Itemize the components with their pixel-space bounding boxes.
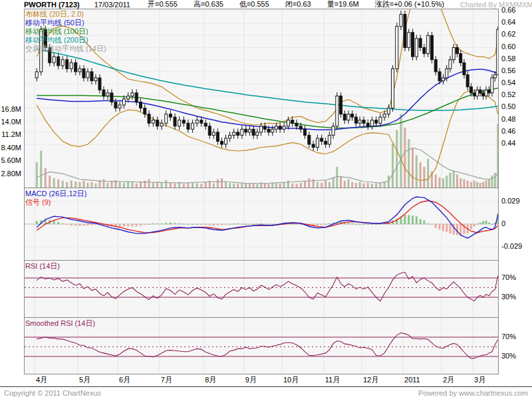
macd-histogram-bar (412, 215, 414, 224)
volume-bar (136, 184, 138, 188)
rsi-panel[interactable] (24, 261, 499, 318)
macd-panel[interactable] (24, 188, 499, 261)
volume-bar (241, 183, 243, 188)
macd-histogram-bar (156, 223, 158, 224)
volume-bar (200, 184, 202, 188)
macd-histogram-bar (420, 219, 422, 224)
volume-bar (470, 182, 472, 188)
volume-bar (187, 183, 189, 188)
macd-histogram-bar (442, 224, 444, 231)
candle-body (248, 129, 251, 132)
candle-body (343, 114, 346, 120)
volume-bar (205, 182, 207, 188)
volume-bar (78, 182, 80, 188)
candle-body (208, 126, 211, 136)
price-axis-label: 0.58 (501, 55, 531, 63)
candle-body (148, 114, 150, 124)
rsi-axis-label: 30% (501, 293, 531, 301)
candle-body (237, 132, 239, 136)
candle-body (135, 93, 138, 102)
macd-histogram-bar (221, 224, 223, 225)
volume-bar (384, 182, 386, 188)
powered-by-link[interactable]: Powered by www.chartnexus.com (418, 389, 528, 398)
candle-body (279, 126, 281, 130)
candle-body (415, 39, 418, 57)
candle-body (291, 120, 294, 124)
macd-histogram-bar (416, 216, 418, 224)
volume-bar (435, 175, 437, 188)
volume-bar (283, 183, 285, 188)
candle-body (392, 68, 394, 108)
volume-bar (396, 130, 398, 188)
macd-histogram-bar (363, 224, 365, 225)
macd-histogram-bar (271, 224, 273, 225)
volume-bar (57, 180, 59, 188)
p-srsi-line (37, 333, 498, 358)
volume-bar (275, 184, 277, 188)
macd-histogram-bar (119, 224, 121, 227)
volume-bar (420, 162, 422, 188)
candle-body (140, 102, 142, 108)
bottom-separator (0, 386, 532, 387)
macd-histogram-bar (456, 224, 458, 235)
month-axis-label: 9月 (245, 376, 257, 384)
candle-body (308, 135, 311, 144)
price-axis-label: 0.62 (501, 30, 531, 39)
p-rsi-canvas[interactable] (25, 261, 498, 317)
macd-histogram-bar (355, 224, 357, 225)
chartnexus-window: PWORTH (7123) 17/03/2011 开=0.555 高=0.635… (0, 0, 532, 399)
volume-bar (379, 183, 381, 188)
candle-body (61, 60, 64, 66)
quote-date: 17/03/2011 (94, 1, 130, 9)
month-axis-label: 12月 (363, 376, 378, 384)
candle-body (362, 120, 365, 124)
candle-body (245, 129, 247, 132)
candle-body (347, 114, 350, 120)
macd-histogram-bar (178, 223, 180, 224)
volume-bar (460, 178, 462, 188)
candle-body (452, 48, 455, 60)
macd-axis-label: -0.029 (501, 242, 531, 251)
candle-body (473, 93, 475, 96)
macd-histogram-bar (229, 224, 231, 225)
volume-bar (304, 181, 306, 188)
p-srsi-canvas[interactable] (25, 318, 498, 373)
macd-histogram-bar (439, 224, 441, 229)
volume-bar (359, 182, 361, 188)
volume-bar (412, 148, 414, 188)
macd-histogram-bar (192, 224, 194, 225)
macd-histogram-bar (379, 224, 381, 225)
macd-histogram-bar (82, 224, 84, 225)
p-macd-canvas[interactable] (25, 188, 498, 259)
macd-histogram-bar (317, 224, 319, 225)
volume-bar (192, 182, 194, 188)
candle-body (351, 114, 354, 118)
candle-body (131, 93, 134, 96)
smoothed-rsi-axis-label: 70% (501, 332, 531, 341)
macd-histogram-bar (57, 221, 59, 224)
volume-bar (94, 184, 96, 188)
volume-bar (229, 183, 231, 188)
candle-body (491, 78, 493, 93)
macd-line (37, 197, 498, 238)
macd-histogram-bar (427, 223, 429, 224)
macd-histogram-bar (260, 223, 262, 224)
candle-body (122, 99, 125, 105)
volume-bar (295, 184, 297, 188)
macd-histogram-bar (470, 224, 472, 229)
price-axis-label: 0.56 (501, 66, 531, 75)
volume-bar (249, 184, 251, 188)
volume-bar (485, 180, 487, 188)
volume-bar (300, 183, 302, 188)
volume-axis-label: 8.40M (0, 144, 21, 152)
volume-bar (449, 173, 451, 188)
macd-histogram-bar (123, 224, 125, 227)
candle-body (187, 123, 190, 129)
candle-body (430, 35, 433, 59)
volume-bar (74, 182, 76, 188)
candle-body (35, 72, 38, 78)
stat-change: 涨跌=+0.06 (+10.5%) (375, 0, 444, 9)
legend-rsi: RSI (14日) (25, 262, 60, 271)
volume-bar (237, 184, 239, 188)
macd-histogram-bar (325, 224, 327, 225)
